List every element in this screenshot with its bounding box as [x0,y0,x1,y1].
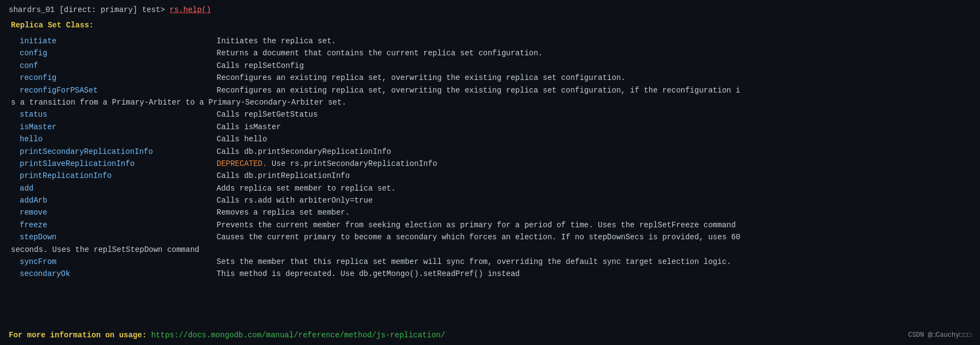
help-desc: Calls replSetGetStatus [217,108,971,120]
help-desc: Initiates the replica set. [217,35,971,47]
help-row: freezePrevents the current member from s… [9,219,971,231]
footer-left: For more information on usage: https://d… [9,331,445,340]
footer-line: For more information on usage: https://d… [0,331,980,340]
help-desc: Calls rs.add with arbiterOnly=true [217,194,971,206]
help-desc: Returns a document that contains the cur… [217,47,971,59]
help-row: syncFromSets the member that this replic… [9,256,971,268]
help-cmd: isMaster [9,121,217,133]
footer-link[interactable]: https://docs.mongodb.com/manual/referenc… [151,331,445,340]
help-row: reconfigForPSASetReconfigures an existin… [9,84,971,96]
help-row: secondaryOkThis method is deprecated. Us… [9,268,971,280]
help-row: configReturns a document that contains t… [9,47,971,59]
prompt-text: shardrs_01 [direct: primary] test> [9,5,170,14]
help-desc: Calls hello [217,133,971,145]
help-desc: Calls isMaster [217,121,971,133]
help-desc: Reconfigures an existing replica set, ov… [217,84,971,96]
help-row: addAdds replica set member to replica se… [9,182,971,194]
help-desc: Calls db.printReplicationInfo [217,170,971,182]
help-row: addArbCalls rs.add with arbiterOnly=true [9,194,971,206]
help-cmd: add [9,182,217,194]
help-cmd: freeze [9,219,217,231]
help-cmd: printReplicationInfo [9,170,217,182]
help-row: initiateInitiates the replica set. [9,35,971,47]
help-desc: Causes the current primary to become a s… [217,231,971,243]
watermark: CSDN @□Cauchy□□□ [908,331,971,339]
help-content: initiateInitiates the replica set.config… [9,35,971,280]
help-desc: Calls db.printSecondaryReplicationInfo [217,146,971,158]
help-cmd: reconfig [9,72,217,84]
help-desc: Adds replica set member to replica set. [217,182,971,194]
help-row: printSlaveReplicationInfoDEPRECATED. Use… [9,158,971,170]
help-cmd: config [9,47,217,59]
continuation-line: seconds. Uses the replSetStepDown comman… [9,244,971,256]
help-cmd: initiate [9,35,217,47]
help-cmd: hello [9,133,217,145]
help-desc: Sets the member that this replica set me… [217,256,971,268]
help-row: removeRemoves a replica set member. [9,206,971,219]
footer-label: For more information on usage: [9,331,151,340]
terminal-window: shardrs_01 [direct: primary] test> rs.he… [0,0,980,345]
help-desc: DEPRECATED. Use rs.printSecondaryReplica… [217,158,971,170]
prompt-line: shardrs_01 [direct: primary] test> rs.he… [9,5,971,14]
help-cmd: status [9,108,217,120]
help-desc: This method is deprecated. Use db.getMon… [217,268,971,280]
help-row: printReplicationInfoCalls db.printReplic… [9,170,971,182]
help-cmd: remove [9,206,217,219]
help-desc: Prevents the current member from seeking… [217,219,971,231]
help-desc: Removes a replica set member. [217,206,971,219]
prompt-command: rs.help() [170,5,211,14]
help-cmd: reconfigForPSASet [9,84,217,96]
help-row: printSecondaryReplicationInfoCalls db.pr… [9,146,971,158]
help-cmd: syncFrom [9,256,217,268]
help-row: statusCalls replSetGetStatus [9,108,971,120]
help-row: helloCalls hello [9,133,971,145]
continuation-line: s a transition from a Primary-Arbiter to… [9,96,971,108]
help-row: stepDownCauses the current primary to be… [9,231,971,243]
help-desc: Reconfigures an existing replica set, ov… [217,72,971,84]
help-desc: Calls replSetConfig [217,60,971,72]
help-row: confCalls replSetConfig [9,60,971,72]
section-title: Replica Set Class: [9,21,971,30]
help-cmd: printSecondaryReplicationInfo [9,146,217,158]
help-cmd: secondaryOk [9,268,217,280]
help-cmd: addArb [9,194,217,206]
help-cmd: conf [9,60,217,72]
help-cmd: stepDown [9,231,217,243]
help-cmd: printSlaveReplicationInfo [9,158,217,170]
help-row: isMasterCalls isMaster [9,121,971,133]
help-row: reconfigReconfigures an existing replica… [9,72,971,84]
